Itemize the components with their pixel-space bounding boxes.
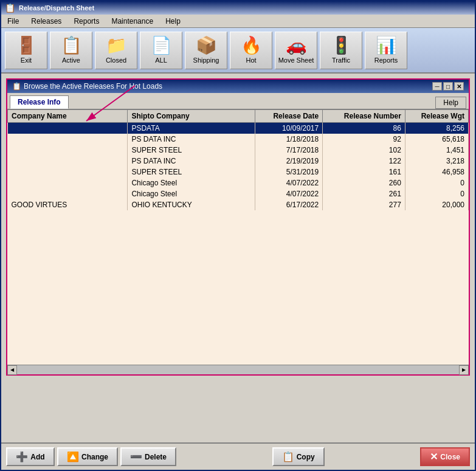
tab-release-info[interactable]: Release Info <box>10 95 69 109</box>
reports-icon: 📊 <box>376 37 397 54</box>
shipping-icon: 📦 <box>196 37 217 54</box>
col-header-company: Company Name <box>8 110 128 123</box>
table-cell: 4/07/2022 <box>255 188 323 199</box>
exit-icon: 🚪 <box>16 37 37 54</box>
table-cell: PSDATA <box>128 123 255 134</box>
table-row[interactable]: PSDATA10/09/2017868,256 <box>8 123 469 134</box>
table-row[interactable]: PS DATA INC1/18/20189265,618 <box>8 134 469 145</box>
menu-help[interactable]: Help <box>162 16 184 27</box>
table-cell: 2/19/2019 <box>255 156 323 167</box>
table-row[interactable]: GOOD VIRTUESOHIO KENTUCKY6/17/202227720,… <box>8 199 469 210</box>
title-bar: 📋 Release/Dispatch Sheet <box>1 1 475 15</box>
closed-icon: 📁 <box>106 37 127 54</box>
exit-button[interactable]: 🚪 Exit <box>5 32 47 69</box>
table-row[interactable]: SUPER STEEL7/17/20181021,451 <box>8 145 469 156</box>
table-cell <box>8 145 128 156</box>
close-label: Close <box>440 453 460 461</box>
menu-releases[interactable]: Releases <box>27 16 65 27</box>
copy-label: Copy <box>297 453 315 461</box>
all-button[interactable]: 📄 ALL <box>140 32 182 69</box>
menu-maintenance[interactable]: Maintenance <box>108 16 157 27</box>
close-button[interactable]: ✕ Close <box>420 447 470 466</box>
help-button[interactable]: Help <box>435 97 466 109</box>
delete-button[interactable]: ➖ Delete <box>120 447 176 466</box>
shipping-button[interactable]: 📦 Shipping <box>185 32 227 69</box>
table-cell <box>8 188 128 199</box>
all-icon: 📄 <box>151 37 172 54</box>
shipping-label: Shipping <box>193 57 219 64</box>
table-cell <box>8 177 128 188</box>
table-row[interactable]: PS DATA INC2/19/20191223,218 <box>8 156 469 167</box>
table-cell: 3,218 <box>405 156 468 167</box>
scroll-right-arrow[interactable]: ▶ <box>459 365 469 375</box>
toolbar: 🚪 Exit 📋 Active 📁 Closed 📄 ALL 📦 Shippin… <box>1 28 475 74</box>
table-cell: OHIO KENTUCKY <box>128 199 255 210</box>
table-container[interactable]: Company Name Shipto Company Release Date… <box>7 109 469 365</box>
tab-bar: Release Info Help <box>7 93 469 109</box>
maximize-button[interactable]: □ <box>443 82 453 91</box>
change-button[interactable]: 🔼 Change <box>57 447 118 466</box>
move-sheet-icon: 🚗 <box>286 37 307 54</box>
table-cell: 20,000 <box>405 199 468 210</box>
delete-icon: ➖ <box>130 451 142 462</box>
table-cell: 8,256 <box>405 123 468 134</box>
table-cell: 4/07/2022 <box>255 177 323 188</box>
traffic-button[interactable]: 🚦 Traffic <box>320 32 362 69</box>
table-cell <box>8 167 128 177</box>
releases-table: Company Name Shipto Company Release Date… <box>7 109 469 210</box>
table-cell <box>8 123 128 134</box>
reports-button[interactable]: 📊 Reports <box>365 32 407 69</box>
hot-button[interactable]: 🔥 Hot <box>230 32 272 69</box>
sub-window-title-text: Browse the Active Releases For Hot Loads <box>24 82 162 91</box>
hot-label: Hot <box>246 57 256 64</box>
table-row[interactable]: Chicago Steel4/07/20222610 <box>8 188 469 199</box>
table-cell: 5/31/2019 <box>255 167 323 177</box>
app-icon: 📋 <box>5 3 15 13</box>
closed-button[interactable]: 📁 Closed <box>95 32 137 69</box>
reports-label: Reports <box>374 57 398 64</box>
col-header-wgt: Release Wgt <box>405 110 468 123</box>
add-button[interactable]: ➕ Add <box>6 447 55 466</box>
table-cell: 261 <box>323 188 405 199</box>
table-cell: Chicago Steel <box>128 177 255 188</box>
scroll-left-arrow[interactable]: ◀ <box>7 365 17 375</box>
menu-file[interactable]: File <box>4 16 22 27</box>
table-cell: 6/17/2022 <box>255 199 323 210</box>
table-cell: 0 <box>405 177 468 188</box>
traffic-icon: 🚦 <box>331 37 352 54</box>
table-cell: SUPER STEEL <box>128 167 255 177</box>
app-title: Release/Dispatch Sheet <box>19 4 94 12</box>
table-row[interactable]: Chicago Steel4/07/20222600 <box>8 177 469 188</box>
minimize-button[interactable]: ─ <box>432 82 442 91</box>
content-area: 📋 Browse the Active Releases For Hot Loa… <box>1 74 475 442</box>
table-cell: SUPER STEEL <box>128 145 255 156</box>
scroll-track[interactable] <box>17 365 459 374</box>
table-cell: 10/09/2017 <box>255 123 323 134</box>
app-window: 📋 Release/Dispatch Sheet File Releases R… <box>0 0 476 471</box>
closed-label: Closed <box>106 57 126 64</box>
move-sheet-label: Move Sheet <box>278 57 314 64</box>
window-controls: ─ □ ✕ <box>432 82 464 91</box>
table-cell: 260 <box>323 177 405 188</box>
change-icon: 🔼 <box>67 451 79 462</box>
traffic-label: Traffic <box>332 57 350 64</box>
move-sheet-button[interactable]: 🚗 Move Sheet <box>275 32 317 69</box>
table-cell: 65,618 <box>405 134 468 145</box>
col-header-shipto: Shipto Company <box>128 110 255 123</box>
table-row[interactable]: SUPER STEEL5/31/201916146,958 <box>8 167 469 177</box>
sub-window-title-bar: 📋 Browse the Active Releases For Hot Loa… <box>7 80 469 93</box>
menu-reports[interactable]: Reports <box>70 16 103 27</box>
table-cell: 102 <box>323 145 405 156</box>
copy-button[interactable]: 📋 Copy <box>272 447 325 466</box>
active-button[interactable]: 📋 Active <box>50 32 92 69</box>
table-cell: 1/18/2018 <box>255 134 323 145</box>
delete-label: Delete <box>145 453 167 461</box>
table-cell: 92 <box>323 134 405 145</box>
active-icon: 📋 <box>61 37 82 54</box>
col-header-date: Release Date <box>255 110 323 123</box>
close-window-button[interactable]: ✕ <box>454 82 464 91</box>
table-cell <box>8 156 128 167</box>
menu-bar: File Releases Reports Maintenance Help <box>1 15 475 28</box>
horizontal-scrollbar[interactable]: ◀ ▶ <box>7 365 469 374</box>
change-label: Change <box>81 453 108 461</box>
